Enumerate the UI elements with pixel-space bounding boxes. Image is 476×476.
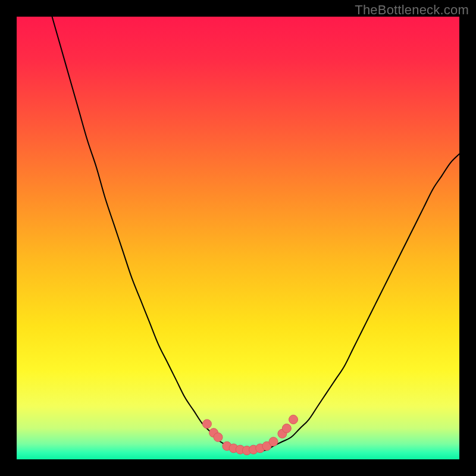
data-point <box>289 415 298 424</box>
data-point <box>202 419 211 428</box>
data-point <box>214 433 223 441</box>
chart-overlay <box>17 17 459 459</box>
data-point <box>269 437 278 446</box>
chart-area <box>17 17 459 459</box>
curve-left-branch <box>52 17 247 451</box>
curve-right-branch <box>247 154 459 451</box>
watermark-label: TheBottleneck.com <box>355 2 469 18</box>
data-point <box>282 424 291 433</box>
